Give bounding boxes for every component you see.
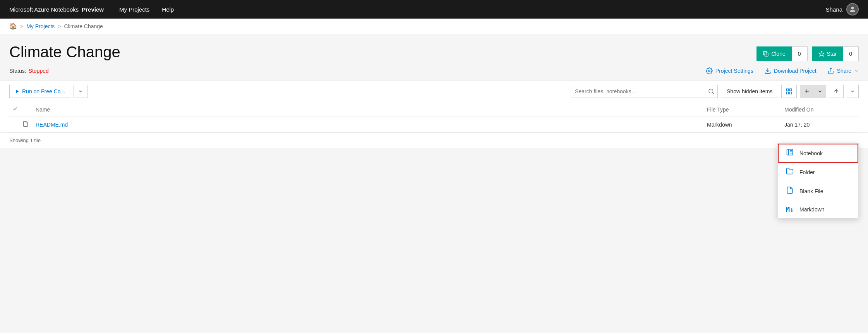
svg-marker-7 — [16, 90, 19, 93]
add-dropdown-button[interactable] — [814, 85, 826, 98]
run-dropdown-button[interactable] — [74, 85, 87, 98]
clone-count: 0 — [792, 46, 808, 61]
svg-point-0 — [851, 7, 854, 9]
breadcrumb-sep1: > — [20, 23, 23, 29]
clone-label: Clone — [771, 51, 786, 57]
search-icon — [708, 88, 714, 94]
sort-asc-button[interactable] — [829, 85, 844, 98]
nav-my-projects[interactable]: My Projects — [119, 6, 149, 13]
row-file-icon — [21, 117, 33, 132]
svg-rect-1 — [765, 53, 768, 56]
table-view-icon — [786, 88, 793, 95]
view-toggle-button[interactable] — [781, 85, 797, 98]
sort-desc-button[interactable] — [847, 85, 859, 98]
breadcrumb-home-icon[interactable]: 🏠 — [9, 22, 17, 30]
show-hidden-label: Show hidden items — [727, 88, 772, 94]
col-modified-label: Modified On — [784, 106, 813, 113]
project-settings-button[interactable]: Project Settings — [706, 67, 753, 74]
project-title: Climate Change — [9, 43, 120, 60]
star-count: 0 — [843, 46, 859, 61]
run-label: Run on Free Co... — [22, 88, 65, 94]
sort-up-icon — [833, 88, 839, 94]
breadcrumb-sep2: > — [58, 23, 61, 29]
share-button[interactable]: Share — [827, 67, 859, 74]
svg-marker-3 — [819, 51, 824, 56]
star-button[interactable]: Star — [812, 46, 843, 61]
download-icon — [764, 67, 771, 74]
col-file-icon — [21, 102, 33, 117]
file-icon — [22, 121, 29, 127]
col-name-label: Name — [36, 106, 50, 113]
svg-point-4 — [708, 70, 710, 72]
modified-value: Jan 17, 20 — [784, 122, 810, 128]
nav-links: My Projects Help — [119, 6, 826, 13]
sort-chevron-icon — [850, 89, 855, 94]
project-header-actions: Clone 0 Star 0 — [756, 46, 859, 61]
row-file-type: Markdown — [704, 117, 781, 132]
status-value: Stopped — [29, 68, 49, 74]
play-icon — [15, 89, 20, 94]
add-chevron-icon — [817, 89, 823, 94]
svg-rect-2 — [763, 51, 767, 55]
search-box — [571, 85, 718, 98]
add-button-group: + — [800, 85, 826, 98]
svg-line-9 — [712, 93, 714, 94]
search-input[interactable] — [571, 85, 705, 98]
avatar[interactable] — [846, 3, 859, 15]
breadcrumb-my-projects[interactable]: My Projects — [26, 23, 55, 29]
row-check — [9, 117, 21, 132]
share-icon — [827, 67, 834, 74]
svg-point-8 — [709, 89, 713, 93]
col-name: Name — [33, 102, 704, 117]
run-chevron-icon — [78, 89, 83, 94]
svg-rect-13 — [790, 92, 792, 94]
toolbar-row: Run on Free Co... Show hidden items + — [0, 81, 868, 102]
user-section: Shana — [826, 3, 859, 15]
add-main-button[interactable]: + — [800, 85, 814, 98]
menu-item-notebook[interactable]: Notebook — [778, 144, 858, 148]
top-nav: Microsoft Azure Notebooks Preview My Pro… — [0, 0, 868, 19]
status-left: Status: Stopped — [9, 68, 49, 74]
nav-help[interactable]: Help — [162, 6, 174, 13]
col-file-type-label: File Type — [707, 106, 729, 113]
project-settings-label: Project Settings — [715, 68, 753, 74]
dropdown-menu: Notebook Folder Blank File M↓ Markdown — [777, 143, 859, 148]
file-table-container: Name File Type Modified On README.md — [0, 102, 868, 132]
clone-icon — [763, 51, 769, 57]
clone-button[interactable]: Clone — [756, 46, 792, 61]
status-bar: Status: Stopped Project Settings Downloa… — [0, 66, 868, 81]
row-modified-on: Jan 17, 20 — [781, 117, 859, 132]
star-icon — [818, 51, 825, 57]
check-icon — [12, 106, 18, 112]
file-table: Name File Type Modified On README.md — [9, 102, 859, 132]
brand-name: Microsoft Azure Notebooks — [9, 6, 79, 13]
breadcrumb: 🏠 > My Projects > Climate Change — [0, 19, 868, 34]
col-check — [9, 102, 21, 117]
download-project-label: Download Project — [774, 68, 817, 74]
share-label: Share — [837, 68, 851, 74]
search-icon-button[interactable] — [705, 88, 717, 94]
svg-rect-11 — [790, 89, 792, 91]
username: Shana — [826, 6, 842, 13]
download-project-button[interactable]: Download Project — [764, 67, 817, 74]
status-label: Status: — [9, 68, 26, 74]
status-actions: Project Settings Download Project Share — [706, 67, 859, 74]
file-footer: Showing 1 file — [0, 132, 868, 148]
gear-icon — [706, 67, 713, 74]
table-header-row: Name File Type Modified On — [9, 102, 859, 117]
table-row: README.md Markdown Jan 17, 20 — [9, 117, 859, 132]
col-file-type: File Type — [704, 102, 781, 117]
breadcrumb-current: Climate Change — [64, 23, 103, 29]
run-button[interactable]: Run on Free Co... — [9, 85, 70, 98]
show-hidden-button[interactable]: Show hidden items — [721, 85, 778, 98]
svg-rect-12 — [787, 92, 789, 94]
row-name[interactable]: README.md — [33, 117, 704, 132]
file-type-value: Markdown — [707, 122, 732, 128]
avatar-icon — [849, 5, 856, 13]
col-modified-on: Modified On — [781, 102, 859, 117]
star-label: Star — [827, 51, 837, 57]
brand-preview: Preview — [82, 6, 104, 13]
showing-count: Showing 1 file — [9, 137, 41, 143]
project-header: Climate Change Clone 0 Star 0 — [0, 34, 868, 66]
file-name[interactable]: README.md — [36, 122, 68, 128]
